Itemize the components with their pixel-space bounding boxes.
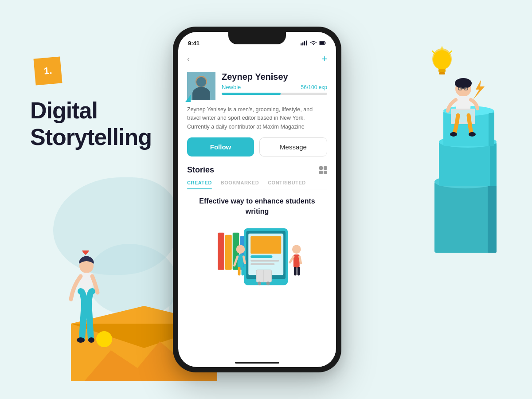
svg-rect-33: [302, 42, 303, 45]
svg-rect-53: [250, 260, 279, 262]
avatar-container: [187, 72, 215, 100]
story-svg: [192, 223, 323, 292]
nav-row: ‹ +: [187, 53, 327, 65]
status-time: 9:41: [188, 40, 200, 47]
svg-rect-2: [488, 184, 497, 253]
svg-rect-65: [294, 267, 297, 276]
svg-rect-37: [320, 42, 325, 44]
status-icons: [301, 40, 326, 46]
progress-fill: [222, 93, 281, 95]
svg-point-70: [266, 282, 270, 286]
svg-line-64: [300, 257, 301, 263]
svg-rect-40: [197, 81, 201, 83]
svg-rect-51: [250, 236, 281, 254]
exp-label: 56/100 exp: [301, 84, 327, 90]
phone-notch: [228, 32, 286, 44]
action-buttons: Follow Message: [187, 137, 327, 156]
svg-rect-66: [297, 267, 300, 276]
wifi-icon: [310, 40, 317, 46]
svg-point-26: [77, 337, 85, 343]
title-line1: Digital: [30, 98, 98, 123]
add-icon[interactable]: +: [321, 53, 327, 65]
message-button[interactable]: Message: [259, 137, 327, 156]
phone-frame: 9:41: [173, 27, 341, 372]
profile-name: Zeynep Yenisey: [222, 72, 327, 82]
stories-title: Stories: [187, 165, 214, 175]
svg-rect-44: [225, 235, 232, 270]
home-indicator: [235, 362, 279, 364]
app-content: ‹ +: [178, 50, 336, 367]
svg-rect-20: [438, 69, 446, 72]
svg-rect-35: [306, 40, 307, 45]
story-illustration: [192, 223, 323, 293]
phone-screen: 9:41: [178, 32, 336, 367]
svg-rect-32: [301, 43, 301, 46]
story-title: Effective way to enhance students writin…: [192, 196, 323, 216]
level-label: Newbie: [222, 84, 241, 90]
svg-point-39: [196, 76, 207, 87]
svg-rect-59: [238, 267, 241, 276]
number-badge: 1.: [33, 56, 62, 85]
profile-level: Newbie 56/100 exp: [222, 84, 327, 90]
svg-point-16: [450, 132, 457, 137]
level-badge: [185, 95, 191, 102]
badge-number: 1.: [43, 65, 53, 77]
svg-rect-41: [202, 81, 206, 83]
svg-rect-54: [250, 263, 274, 265]
svg-point-55: [236, 245, 245, 254]
tab-bookmarked[interactable]: BOOKMARKED: [221, 180, 259, 189]
svg-point-27: [88, 337, 94, 343]
tab-contributed[interactable]: CONTRIBUTED: [268, 180, 306, 189]
avatar-illustration: [187, 72, 215, 100]
stories-tabs: CREATED BOOKMARKED CONTRIBUTED: [187, 180, 327, 189]
story-card: Effective way to enhance students writin…: [187, 196, 327, 293]
page-title: Digital Storytelling: [30, 98, 152, 151]
svg-rect-60: [241, 267, 244, 276]
bio-text: Zeynep Yenisey is a men's, grooming, lif…: [187, 106, 327, 131]
back-icon[interactable]: ‹: [187, 55, 190, 64]
profile-info: Zeynep Yenisey Newbie 56/100 exp: [222, 72, 327, 95]
battery-icon: [319, 40, 326, 46]
avatar: [187, 72, 215, 100]
lightbulb-icon: [430, 47, 454, 82]
follow-button[interactable]: Follow: [187, 137, 254, 156]
svg-point-17: [469, 132, 476, 137]
progress-bar: [222, 93, 327, 95]
svg-rect-21: [439, 72, 445, 74]
svg-point-10: [455, 78, 472, 89]
stories-header: Stories: [187, 165, 327, 175]
svg-line-58: [243, 257, 245, 263]
profile-row: Zeynep Yenisey Newbie 56/100 exp: [187, 72, 327, 100]
svg-rect-0: [434, 182, 497, 253]
svg-point-19: [432, 48, 452, 70]
svg-line-63: [290, 257, 293, 262]
svg-point-69: [258, 282, 261, 286]
svg-rect-34: [304, 41, 305, 46]
grid-view-icon[interactable]: [319, 166, 327, 174]
left-figure: [58, 250, 137, 375]
title-line2: Storytelling: [30, 124, 152, 150]
svg-rect-43: [218, 233, 224, 270]
signal-icon: [301, 40, 308, 46]
svg-point-61: [292, 245, 301, 254]
svg-rect-52: [250, 255, 272, 258]
phone: 9:41: [173, 27, 341, 372]
tab-created[interactable]: CREATED: [187, 180, 212, 189]
